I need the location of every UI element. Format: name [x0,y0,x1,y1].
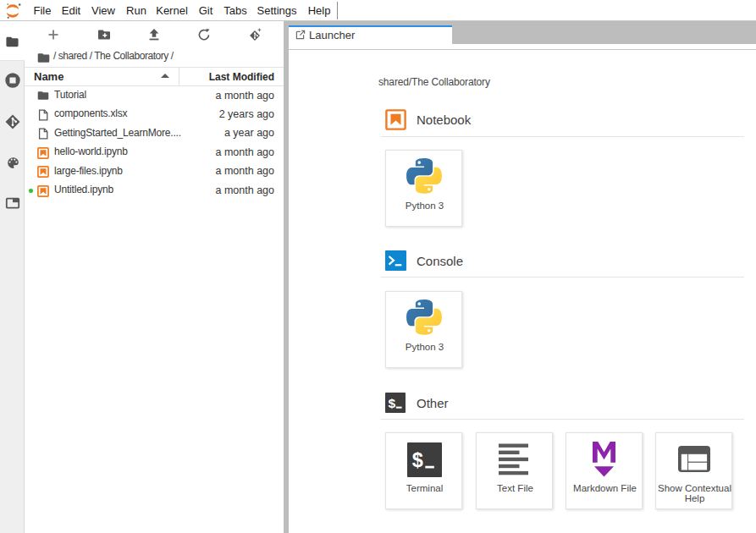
column-divider [179,68,179,85]
file-icon [37,109,49,121]
launcher-card-console-python3[interactable]: Python 3 [385,291,462,368]
python-icon [406,158,442,194]
launcher-card-markdown-file[interactable]: Markdown File [566,432,643,509]
sort-ascending-icon [161,74,169,78]
git-clone-icon[interactable] [248,28,262,41]
card-label: Python 3 [389,201,460,212]
launcher-card-terminal[interactable]: $ Terminal [385,432,462,509]
file-row[interactable]: Tutorial a month ago [25,86,284,105]
file-modified: a month ago [216,146,275,158]
dollar-glyph: $ [412,449,423,471]
section-rule [381,277,744,277]
menu-help[interactable]: Help [308,3,331,18]
main-dock-panel: Launcher shared/The Collaboratory Notebo… [289,21,756,533]
python-icon [406,299,442,335]
file-modified: a year ago [224,127,274,139]
menu-kernel[interactable]: Kernel [156,3,188,18]
activity-bar [0,21,24,533]
file-modified: a month ago [216,184,275,196]
file-modified: a month ago [216,90,275,102]
markdown-icon [593,442,616,477]
file-row[interactable]: hello-world.ipynb a month ago [25,143,284,162]
file-name: Tutorial [54,89,86,101]
file-row[interactable]: GettingStarted_LearnMore.... a year ago [25,124,284,143]
listing-header: Name Last Modified [25,67,284,86]
launcher-icon [295,30,306,40]
file-name: GettingStarted_LearnMore.... [54,127,181,139]
file-modified: a month ago [216,165,275,177]
section-rule [381,419,744,420]
card-label: Terminal [389,484,460,494]
file-name: components.xlsx [54,107,127,119]
notebook-icon [37,147,49,159]
notebook-icon [385,109,406,130]
menu-git[interactable]: Git [199,3,213,18]
tab-launcher-label: Launcher [309,29,355,41]
file-name: large-files.ipynb [54,165,123,177]
file-browser-panel: / shared / The Collaboratory / Name Last… [25,21,284,533]
running-kernel-dot [29,189,33,193]
column-header-modified[interactable]: Last Modified [209,71,274,83]
notebook-icon [37,166,49,178]
launcher-card-show-contextual-help[interactable]: Show Contextual Help [655,432,732,509]
text-file-icon [499,443,529,475]
terminal-icon: $ [385,393,406,413]
terminal-icon: $ [407,442,442,477]
card-label: Show Contextual Help [658,484,732,503]
menu-view[interactable]: View [91,3,115,18]
menu-file[interactable]: File [34,3,52,18]
card-label: Markdown File [570,484,640,494]
file-icon [37,128,49,140]
console-icon [385,250,406,271]
tab-launcher[interactable]: Launcher [289,25,452,50]
file-row[interactable]: components.xlsx 2 years ago [25,105,284,124]
notebook-icon [37,185,49,197]
folder-icon[interactable] [5,35,19,49]
dollar-glyph: $ [389,396,396,410]
refresh-icon[interactable] [197,28,211,41]
menu-separator [337,2,338,19]
contextual-help-icon [678,446,710,472]
section-title-other: Other [417,396,449,410]
column-header-name[interactable]: Name [34,70,63,83]
section-rule [381,136,744,137]
card-label: Python 3 [389,343,460,353]
card-label: Text File [480,484,550,494]
section-title-console: Console [417,254,463,268]
menu-bar: File Edit View Run Kernel Git Tabs Setti… [0,0,756,21]
new-folder-icon[interactable] [97,28,111,41]
menu-settings[interactable]: Settings [257,3,297,18]
launcher-cwd: shared/The Collaboratory [378,76,490,88]
palette-icon[interactable] [6,156,20,170]
breadcrumb[interactable]: / shared / The Collaboratory / [53,50,174,62]
file-row[interactable]: large-files.ipynb a month ago [25,162,284,181]
file-name: hello-world.ipynb [54,146,128,157]
file-row[interactable]: Untitled.ipynb a month ago [25,181,284,200]
tabs-icon[interactable] [5,196,20,210]
file-name: Untitled.ipynb [54,184,113,195]
running-icon[interactable] [5,73,20,88]
upload-icon[interactable] [147,28,161,41]
file-modified: 2 years ago [219,108,274,120]
folder-icon [37,91,49,101]
menu-tabs[interactable]: Tabs [223,3,246,18]
menu-run[interactable]: Run [126,3,146,18]
launcher-card-text-file[interactable]: Text File [476,432,553,509]
new-launcher-icon[interactable] [47,28,60,41]
dock-tab-bar-border [289,49,756,50]
jupyter-logo [4,3,21,19]
launcher-card-notebook-python3[interactable]: Python 3 [385,150,462,227]
git-icon[interactable] [4,113,21,130]
breadcrumb-home-icon[interactable] [37,52,50,63]
section-title-notebook: Notebook [417,113,471,127]
menu-edit[interactable]: Edit [62,3,80,18]
